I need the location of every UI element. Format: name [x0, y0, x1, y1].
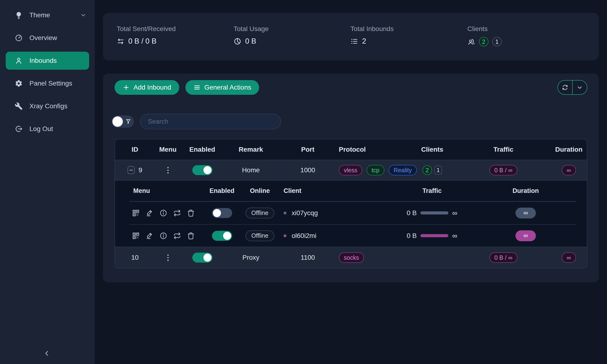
delete-icon[interactable] [187, 232, 195, 240]
filter-toggle[interactable] [111, 116, 134, 128]
col-header-id: ID [115, 139, 155, 160]
duration-cell: ∞ [551, 160, 587, 180]
info-icon[interactable] [159, 232, 167, 240]
protocol-cell: vless tcp Reality [337, 160, 409, 180]
client-enabled-cell [201, 225, 243, 247]
subcol-header-duration: Duration [475, 181, 577, 201]
collapse-row-button[interactable] [128, 166, 135, 174]
edit-icon[interactable] [145, 209, 154, 217]
protocol-badge-tcp: tcp [367, 165, 384, 175]
inbound-row-10: 10 Proxy 1100 socks 0 B / ∞ ∞ [115, 247, 587, 268]
client-duration-cell: ∞ [475, 202, 577, 224]
inbound-id: 9 [138, 166, 142, 174]
refresh-button[interactable] [558, 80, 572, 94]
chevron-down-icon [576, 84, 583, 91]
gauge-icon [15, 34, 23, 42]
sidebar-item-panel-settings[interactable]: Panel Settings [0, 72, 95, 95]
sidebar-item-log-out[interactable]: Log Out [0, 117, 95, 140]
hamburger-icon [194, 84, 201, 91]
client-bullet [284, 212, 286, 214]
pie-chart-icon [234, 38, 241, 45]
general-actions-label: General Actions [204, 84, 251, 91]
sidebar-item-theme[interactable]: Theme [0, 4, 95, 26]
menu-cell [155, 160, 181, 180]
traffic-limit: ∞ [452, 209, 457, 217]
inbounds-table: ID Menu Enabled Remark Port Protocol Cli… [115, 139, 587, 269]
delete-icon[interactable] [187, 209, 195, 217]
traffic-limit: ∞ [452, 232, 457, 240]
col-header-remark: Remark [224, 139, 278, 160]
stat-total-inbounds: Total Inbounds 2 [350, 25, 467, 60]
client-menu-cell [130, 202, 201, 224]
clients-deactivated-badge: 1 [434, 166, 442, 175]
general-actions-button[interactable]: General Actions [185, 80, 259, 95]
sidebar-item-inbounds[interactable]: Inbounds [6, 52, 89, 70]
traffic-cell: 0 B / ∞ [456, 247, 551, 268]
traffic-bar [420, 211, 448, 214]
sidebar-nav: Theme Overview Inbounds Panel Settings [0, 0, 95, 140]
sidebar-item-label: Panel Settings [29, 80, 72, 87]
sidebar-item-label: Log Out [29, 125, 53, 133]
wrench-icon [15, 102, 23, 110]
client-enabled-toggle[interactable] [212, 208, 232, 218]
duration-badge: ∞ [562, 252, 576, 263]
traffic-bar [420, 234, 448, 237]
client-online-cell: Offline [243, 225, 277, 247]
client-menu-cell [130, 225, 201, 247]
subcol-header-client: Client [277, 181, 389, 201]
qr-code-icon[interactable] [132, 232, 140, 240]
edit-icon[interactable] [145, 232, 154, 240]
duration-badge: ∞ [515, 230, 536, 241]
client-bullet [284, 234, 286, 237]
stat-clients: Clients 2 1 [467, 25, 584, 60]
plus-icon [123, 84, 130, 91]
col-header-menu: Menu [155, 139, 181, 160]
stat-label: Total Inbounds [350, 25, 467, 33]
client-enabled-toggle[interactable] [212, 231, 232, 241]
client-name-cell: xi07ycqg [277, 202, 389, 224]
sidebar-item-label: Theme [29, 11, 50, 19]
stat-value: 0 B / 0 B [128, 37, 157, 46]
reset-traffic-icon[interactable] [173, 232, 181, 240]
sidebar-collapse-button[interactable] [43, 349, 51, 357]
subcol-header-enabled: Enabled [201, 181, 243, 201]
reset-traffic-icon[interactable] [173, 209, 181, 217]
sidebar-item-overview[interactable]: Overview [0, 26, 95, 49]
menu-cell [155, 247, 181, 268]
subcol-header-online: Online [243, 181, 277, 201]
row-menu-button[interactable] [166, 165, 171, 175]
refresh-split-button [557, 80, 587, 95]
enabled-toggle[interactable] [192, 165, 212, 175]
traffic-badge: 0 B / ∞ [489, 165, 517, 175]
stat-value: 2 [362, 37, 366, 46]
search-input[interactable] [140, 114, 281, 130]
subtable-header-row: Menu Enabled Online Client Traffic Durat… [130, 181, 576, 202]
bulb-icon [15, 11, 23, 19]
enabled-toggle[interactable] [192, 253, 212, 262]
duration-badge: ∞ [562, 165, 576, 175]
sidebar-item-xray-configs[interactable]: Xray Configs [0, 95, 95, 117]
traffic-badge: 0 B / ∞ [489, 252, 517, 263]
stat-total-usage: Total Usage 0 B [234, 25, 350, 60]
table-header-row: ID Menu Enabled Remark Port Protocol Cli… [115, 139, 587, 160]
row-menu-button[interactable] [166, 253, 171, 263]
add-inbound-button[interactable]: Add Inbound [115, 80, 179, 95]
enabled-cell [181, 160, 224, 180]
col-header-port: Port [278, 139, 337, 160]
qr-code-icon[interactable] [132, 209, 140, 217]
info-icon[interactable] [159, 209, 167, 217]
filter-toggle-knob [112, 116, 123, 127]
search-row [111, 114, 281, 130]
id-cell: 9 [115, 160, 155, 180]
chevron-down-icon [80, 12, 86, 18]
refresh-options-button[interactable] [572, 80, 587, 94]
stat-label: Total Usage [234, 25, 350, 33]
col-header-duration: Duration [551, 139, 587, 160]
duration-badge: ∞ [515, 208, 536, 219]
col-header-protocol: Protocol [337, 139, 409, 160]
client-traffic-cell: 0 B ∞ [389, 225, 475, 247]
client-name-cell: ol60i2mi [277, 225, 389, 247]
sidebar: Theme Overview Inbounds Panel Settings [0, 0, 95, 364]
remark-cell: Home [224, 160, 278, 180]
clients-subtable: Menu Enabled Online Client Traffic Durat… [115, 180, 587, 247]
